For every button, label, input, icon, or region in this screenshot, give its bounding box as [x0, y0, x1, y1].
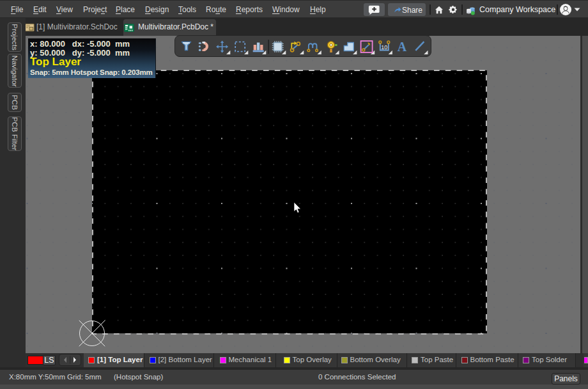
svg-text:A: A — [398, 40, 407, 54]
svg-text:10: 10 — [381, 44, 387, 51]
